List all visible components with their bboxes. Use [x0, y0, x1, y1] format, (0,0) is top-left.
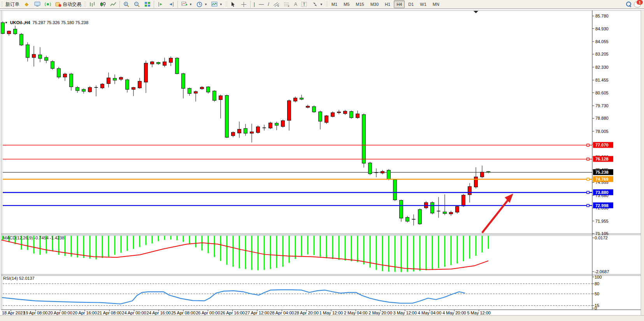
cursor-icon [230, 1, 237, 7]
zoom-in-button[interactable] [121, 0, 132, 9]
candle-body [393, 180, 397, 200]
candle-body [1, 23, 5, 33]
time-axis-label: 24 Apr 00:00 [122, 311, 146, 315]
price-axis-tick-label: 80.605 [595, 91, 609, 95]
timeframe-button-m5[interactable]: M5 [341, 0, 352, 8]
candle-body [418, 209, 422, 224]
auto-scroll-button[interactable] [155, 0, 166, 9]
timeframe-button-m1[interactable]: M1 [329, 0, 340, 8]
macd-histogram-bar [469, 236, 470, 259]
candle-body [175, 58, 179, 73]
crosshair-icon [240, 1, 247, 7]
candle-body [138, 81, 142, 88]
gold-seal-button[interactable]: ◆ [21, 0, 32, 9]
candle-body [356, 114, 360, 118]
line-chart-mode-button[interactable] [108, 0, 118, 9]
macd-histogram-bar [488, 236, 489, 249]
periods-button[interactable]: ▼ [194, 0, 209, 9]
candle-body [350, 112, 353, 118]
timeframe-button-m30[interactable]: M30 [368, 0, 381, 8]
indicators-button[interactable]: ▼ [179, 0, 194, 9]
macd-histogram-bar [307, 236, 309, 255]
macd-histogram-bar [139, 236, 140, 247]
candle-body [113, 78, 117, 80]
timeframe-button-h4[interactable]: H4 [394, 0, 405, 8]
zoom-out-button[interactable] [132, 0, 142, 9]
candle-body [20, 34, 23, 45]
level-line-handle[interactable] [587, 178, 589, 180]
candlestick-icon [99, 1, 106, 7]
fibonacci-icon: F [284, 1, 290, 7]
time-axis-label: 27 Apr 12:00 [245, 311, 269, 315]
candle-body [32, 54, 36, 58]
macd-histogram-bar [270, 236, 271, 269]
timeframe-button-w1[interactable]: W1 [417, 0, 429, 8]
time-axis-label: 1 May 12:00 [319, 311, 343, 315]
candle-body [244, 129, 247, 133]
candlestick-mode-button[interactable] [97, 0, 108, 9]
timeframe-button-group: M1M5M15M30H1H4D1W1MN [328, 0, 442, 8]
time-axis-label: 20 Apr 16:00 [73, 311, 97, 315]
top-toolbar: 新订单 ◆ 自动交易 [0, 0, 644, 9]
bar-chart-mode-button[interactable] [87, 0, 97, 9]
candle-body [119, 77, 123, 79]
timeframe-button-m15[interactable]: M15 [353, 0, 367, 8]
candle-body [344, 111, 347, 113]
text-tool-button[interactable]: A [292, 0, 299, 9]
cursor-tool-button[interactable] [228, 0, 239, 9]
macd-histogram-bar [108, 236, 109, 257]
time-axis-label: 28 Apr 20:00 [294, 311, 318, 315]
new-order-button[interactable]: 新订单 [4, 0, 21, 9]
auto-trading-icon [55, 1, 61, 7]
level-line-handle[interactable] [587, 144, 589, 146]
terminal-button[interactable] [32, 0, 42, 9]
signal-button[interactable] [42, 0, 53, 9]
chart-canvas[interactable]: 85.78084.93084.05583.20582.33081.45580.6… [0, 9, 644, 316]
auto-scroll-icon [157, 1, 164, 7]
text-label-icon: T [301, 1, 308, 7]
toolbar-grip [84, 1, 86, 7]
crosshair-tool-button[interactable] [239, 0, 249, 9]
macd-histogram-bar [332, 236, 333, 259]
macd-histogram-bar [146, 236, 147, 245]
text-icon: A [294, 1, 297, 7]
arrows-tool-button[interactable]: ▼ [310, 0, 325, 9]
channel-tool-button[interactable]: E [271, 0, 282, 9]
auto-trading-label: 自动交易 [63, 1, 81, 8]
search-icon[interactable] [626, 2, 632, 7]
candle-body [281, 121, 285, 127]
timeframe-button-d1[interactable]: D1 [405, 0, 416, 8]
auto-trading-button[interactable]: 自动交易 [53, 0, 83, 9]
price-axis-tick-label: 79.730 [595, 103, 609, 108]
macd-histogram-bar [21, 236, 22, 250]
price-axis-tick-label: 78.880 [595, 116, 609, 120]
text-label-tool-button[interactable]: T [299, 0, 310, 9]
level-72.998-badge-label: 72.998 [595, 203, 609, 208]
templates-button[interactable]: ▼ [209, 0, 225, 9]
candle-body [51, 61, 54, 68]
level-line-handle[interactable] [587, 191, 589, 194]
candle-body [232, 133, 235, 136]
macd-histogram-bar [226, 236, 228, 265]
macd-histogram-bar [345, 236, 346, 261]
candle-body [26, 45, 30, 58]
level-line-handle[interactable] [587, 158, 589, 160]
vertical-line-tool-button[interactable]: | [252, 0, 257, 9]
timeframe-button-mn[interactable]: MN [430, 0, 442, 8]
time-axis-label: 26 Apr 16:00 [221, 311, 245, 315]
horizontal-line-tool-button[interactable]: — [257, 0, 266, 9]
candle-body [194, 92, 198, 93]
level-line-handle[interactable] [587, 204, 589, 207]
candle-body [256, 127, 260, 133]
candle-body [443, 212, 447, 213]
trendline-tool-button[interactable]: / [266, 0, 271, 9]
fibonacci-tool-button[interactable]: F [282, 0, 292, 9]
chart-shift-icon [168, 1, 174, 7]
notifications-icon[interactable]: 1 [634, 2, 641, 7]
tile-windows-button[interactable] [142, 0, 153, 9]
chart-shift-button[interactable] [166, 0, 176, 9]
macd-histogram-bar [220, 236, 221, 261]
candle-body [107, 78, 111, 84]
timeframe-button-h1[interactable]: H1 [382, 0, 393, 8]
macd-histogram-bar [195, 236, 197, 248]
